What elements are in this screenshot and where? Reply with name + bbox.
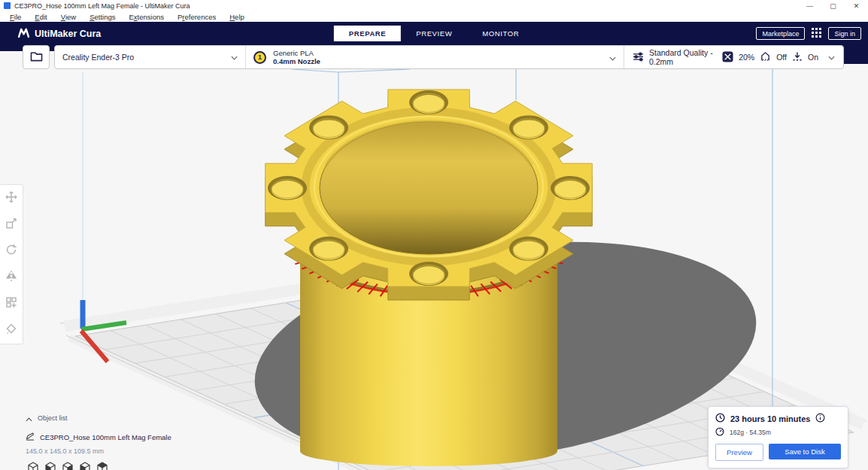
object-list-toggle[interactable]: Object list — [26, 411, 171, 425]
app-icon — [4, 2, 11, 9]
per-model-settings-tool-button[interactable] — [5, 296, 17, 311]
view-left-button[interactable] — [77, 460, 92, 470]
view-3d-button[interactable] — [26, 460, 40, 470]
adhesion-value: On — [808, 53, 818, 62]
preview-button[interactable]: Preview — [715, 444, 763, 461]
chevron-up-icon — [26, 411, 32, 425]
chevron-down-icon — [231, 53, 238, 62]
printer-name: Creality Ender-3 Pro — [62, 53, 134, 62]
menu-extensions[interactable]: Extensions — [123, 13, 171, 21]
tab-preview[interactable]: PREVIEW — [401, 26, 467, 41]
menu-edit[interactable]: Edit — [28, 13, 53, 21]
printer-selector[interactable]: Creality Ender-3 Pro — [55, 46, 245, 68]
infill-value: 20% — [739, 53, 754, 62]
object-list-panel: Object list CE3PRO_Hose 100mm Left Mag F… — [26, 411, 171, 470]
marketplace-button[interactable]: Marketplace — [756, 27, 805, 40]
clock-icon — [715, 413, 725, 424]
sliders-icon — [633, 52, 644, 63]
rotate-tool-button[interactable] — [5, 244, 17, 259]
print-summary-panel: 23 hours 10 minutes 162g · 54.35m Previe… — [708, 406, 848, 468]
adhesion-icon — [792, 51, 803, 63]
scale-tool-button[interactable] — [5, 217, 17, 232]
close-button[interactable]: ✕ — [845, 0, 868, 11]
move-tool-button[interactable] — [5, 191, 17, 206]
nozzle-size: 0.4mm Nozzle — [273, 57, 320, 65]
folder-icon — [30, 50, 43, 65]
tab-monitor[interactable]: MONITOR — [467, 26, 534, 41]
header-extension-right — [842, 45, 868, 64]
print-time: 23 hours 10 minutes — [730, 414, 810, 423]
material-selector[interactable]: 1 Generic PLA 0.4mm Nozzle — [245, 46, 624, 68]
support-icon — [760, 51, 771, 63]
save-to-disk-button[interactable]: Save to Disk — [769, 444, 841, 459]
gauge-icon — [715, 427, 724, 438]
open-file-button[interactable] — [23, 45, 50, 69]
tab-prepare[interactable]: PREPARE — [334, 26, 401, 41]
view-right-button[interactable] — [95, 460, 109, 470]
minimize-button[interactable]: — — [798, 0, 821, 11]
stage-tabs: PREPAREPREVIEWMONITOR — [334, 22, 534, 45]
main-header: UltiMaker Cura PREPAREPREVIEWMONITOR Mar… — [0, 22, 868, 45]
brand: UltiMaker Cura — [18, 28, 101, 40]
menu-help[interactable]: Help — [223, 13, 251, 21]
brand-name: UltiMaker Cura — [35, 29, 101, 39]
camera-view-buttons — [26, 460, 171, 470]
ultimaker-logo-icon — [18, 28, 29, 40]
view-front-button[interactable] — [43, 460, 57, 470]
pencil-icon — [26, 430, 35, 444]
extruder-badge: 1 — [253, 51, 266, 64]
material-name: Generic PLA — [273, 49, 320, 57]
menu-bar: FileEditViewSettingsExtensionsPreference… — [0, 11, 868, 23]
support-value: Off — [776, 53, 787, 62]
support-blocker-tool-button[interactable] — [5, 323, 17, 338]
configuration-bar: Creality Ender-3 Pro 1 Generic PLA 0.4mm… — [54, 45, 844, 69]
title-bar: CE3PRO_Hose 100mm Left Mag Female - Ulti… — [0, 0, 868, 11]
sign-in-button[interactable]: Sign in — [828, 27, 861, 40]
maximize-button[interactable]: ▢ — [821, 0, 845, 11]
menu-settings[interactable]: Settings — [83, 13, 122, 21]
view-top-button[interactable] — [60, 460, 74, 470]
model-filename: CE3PRO_Hose 100mm Left Mag Female — [40, 433, 171, 441]
window-title: CE3PRO_Hose 100mm Left Mag Female - Ulti… — [14, 2, 190, 10]
chevron-down-icon[interactable] — [828, 53, 835, 62]
object-list-item[interactable]: CE3PRO_Hose 100mm Left Mag Female — [26, 430, 171, 444]
tool-panel — [0, 184, 23, 344]
apps-grid-icon[interactable] — [812, 27, 821, 41]
infill-icon — [722, 51, 733, 64]
print-settings-selector[interactable]: Standard Quality - 0.2mm 20% Off On — [624, 46, 843, 68]
model-dimensions: 145.0 x 145.0 x 109.5 mm — [26, 447, 171, 455]
material-usage: 162g · 54.35m — [730, 429, 771, 436]
info-icon[interactable] — [815, 413, 825, 424]
menu-view[interactable]: View — [54, 13, 83, 21]
chevron-down-icon — [609, 50, 616, 64]
menu-file[interactable]: File — [3, 13, 28, 21]
mirror-tool-button[interactable] — [5, 270, 17, 285]
menu-preferences[interactable]: Preferences — [171, 13, 223, 21]
profile-name: Standard Quality - 0.2mm — [649, 48, 717, 66]
